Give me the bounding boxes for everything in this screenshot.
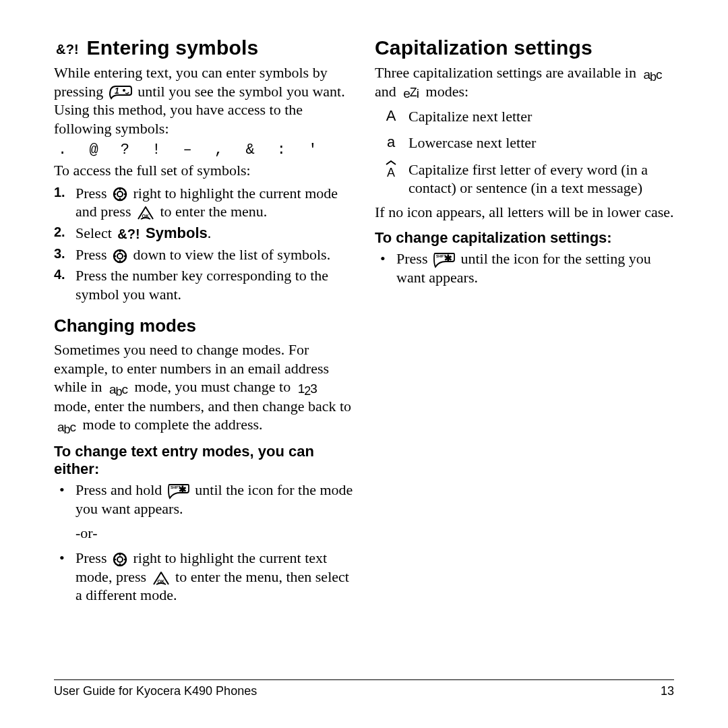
svg-text:✱: ✱ bbox=[179, 484, 187, 495]
shift-star-key-icon: SHIFT✱ bbox=[433, 252, 455, 268]
ok-key-icon: OK bbox=[152, 571, 170, 586]
capitalization-intro: Three capitalization settings are availa… bbox=[375, 63, 674, 102]
svg-point-13 bbox=[115, 255, 117, 257]
svg-point-5 bbox=[119, 198, 121, 200]
svg-point-6 bbox=[115, 193, 117, 195]
step-2: 2. Select &?! Symbols. bbox=[54, 224, 353, 243]
heading-capitalization-settings: Capitalization settings bbox=[375, 36, 674, 59]
cap-next-letter-text: Capitalize next letter bbox=[408, 107, 674, 126]
change-mode-options: Press and hold SHIFT✱ until the icon for… bbox=[54, 481, 353, 518]
cap-every-word-icon: A bbox=[377, 160, 404, 198]
nav-wheel-icon bbox=[113, 552, 127, 567]
one-key-icon: 1 bbox=[109, 85, 132, 100]
change-mode-options-2: Press right to highlight the current tex… bbox=[54, 549, 353, 605]
left-column: &?! Entering symbols While entering text… bbox=[54, 34, 353, 607]
footer-page-number: 13 bbox=[661, 684, 674, 698]
entering-symbols-paragraph-1: While entering text, you can enter symbo… bbox=[54, 63, 353, 138]
svg-text:A: A bbox=[387, 166, 395, 178]
abc-mode-icon: abc bbox=[108, 381, 129, 398]
changing-modes-paragraph: Sometimes you need to change modes. For … bbox=[54, 340, 353, 434]
svg-point-11 bbox=[119, 251, 121, 253]
no-icon-note: If no icon appears, all letters will be … bbox=[375, 203, 674, 222]
or-separator: -or- bbox=[75, 524, 353, 542]
svg-point-4 bbox=[119, 189, 121, 191]
access-symbols-steps: 1. Press right to highlight the current … bbox=[54, 184, 353, 304]
svg-point-12 bbox=[119, 260, 121, 262]
access-full-set-paragraph: To access the full set of symbols: bbox=[54, 161, 353, 180]
svg-point-21 bbox=[115, 559, 117, 561]
lowercase-next-letter-text: Lowercase next letter bbox=[408, 133, 674, 152]
option-press-and-hold: Press and hold SHIFT✱ until the icon for… bbox=[54, 481, 353, 518]
number-mode-icon: 123 bbox=[297, 380, 318, 397]
step-4: 4. Press the number key corresponding to… bbox=[54, 266, 353, 303]
ok-key-icon: OK bbox=[137, 206, 154, 220]
cap-next-letter-icon: A bbox=[377, 107, 404, 126]
symbols-sample-row: . @ ? ! – , & : ' bbox=[58, 142, 353, 158]
nav-wheel-icon bbox=[113, 187, 127, 202]
symbols-mode-icon: &?! bbox=[56, 42, 79, 57]
subheading-change-cap-settings: To change capitalization settings: bbox=[375, 229, 674, 247]
heading-entering-symbols-text: Entering symbols bbox=[86, 36, 258, 59]
option-press-right: Press right to highlight the current tex… bbox=[54, 549, 353, 605]
ezi-mode-icon: eZi bbox=[402, 85, 420, 102]
abc-mode-icon: abc bbox=[642, 66, 663, 83]
svg-text:✱: ✱ bbox=[444, 253, 452, 264]
cap-every-word-text: Capitalize first letter of every word (i… bbox=[408, 160, 674, 198]
two-column-layout: &?! Entering symbols While entering text… bbox=[54, 34, 674, 607]
capitalization-list: A Capitalize next letter a Lowercase nex… bbox=[377, 107, 674, 198]
svg-point-10 bbox=[117, 253, 123, 259]
svg-text:1: 1 bbox=[115, 86, 119, 96]
svg-text:OK: OK bbox=[142, 214, 149, 218]
svg-point-1 bbox=[123, 89, 125, 92]
change-cap-step: Press SHIFT✱ until the icon for the sett… bbox=[375, 249, 674, 286]
footer-title: User Guide for Kyocera K490 Phones bbox=[54, 684, 257, 698]
svg-point-7 bbox=[124, 193, 126, 195]
svg-text:OK: OK bbox=[157, 579, 164, 584]
step-1: 1. Press right to highlight the current … bbox=[54, 184, 353, 221]
svg-point-14 bbox=[124, 255, 126, 257]
step-3: 3. Press down to view the list of symbol… bbox=[54, 245, 353, 264]
subheading-change-text-entry: To change text entry modes, you can eith… bbox=[54, 443, 353, 478]
shift-star-key-icon: SHIFT✱ bbox=[168, 483, 189, 499]
svg-point-19 bbox=[119, 554, 121, 556]
svg-point-20 bbox=[119, 564, 121, 566]
heading-changing-modes: Changing modes bbox=[54, 315, 353, 336]
page-footer: User Guide for Kyocera K490 Phones 13 bbox=[54, 679, 674, 698]
svg-point-3 bbox=[117, 191, 123, 197]
right-column: Capitalization settings Three capitaliza… bbox=[375, 34, 674, 607]
heading-entering-symbols: &?! Entering symbols bbox=[54, 36, 353, 59]
lowercase-next-letter-icon: a bbox=[377, 133, 404, 152]
nav-wheel-icon bbox=[113, 249, 127, 264]
abc-mode-icon: abc bbox=[56, 419, 77, 435]
page: &?! Entering symbols While entering text… bbox=[0, 0, 728, 728]
change-capitalization-steps: Press SHIFT✱ until the icon for the sett… bbox=[375, 249, 674, 286]
svg-point-22 bbox=[124, 559, 126, 561]
symbols-mode-icon: &?! bbox=[117, 226, 140, 243]
svg-point-18 bbox=[117, 557, 123, 562]
